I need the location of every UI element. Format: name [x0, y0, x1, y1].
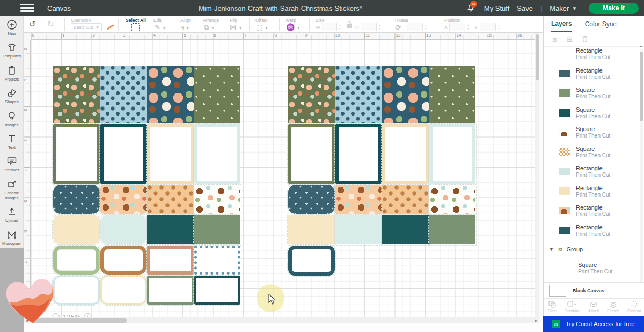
- layer-row-square[interactable]: SquarePrint Then Cut: [544, 103, 638, 123]
- sticker-border-teal[interactable]: [100, 124, 147, 184]
- sticker-border-olive[interactable]: [53, 124, 100, 184]
- width-input[interactable]: [321, 23, 337, 31]
- sticker-ornaments-teal[interactable]: [382, 66, 429, 123]
- sidebar-item-shapes[interactable]: Shapes: [0, 84, 24, 107]
- sidebar-item-editable-images[interactable]: Editable Images: [0, 176, 24, 204]
- delete-icon[interactable]: [582, 35, 588, 44]
- align-icon[interactable]: ⫞ ▼: [180, 23, 189, 32]
- sticker-border-blue[interactable]: [194, 124, 241, 184]
- notifications-bell-icon[interactable]: 14: [466, 3, 477, 13]
- edit-pencil-icon[interactable]: ✎ ▼: [155, 23, 166, 31]
- select-all-button[interactable]: [131, 23, 140, 31]
- sticker-border-tan[interactable]: [100, 246, 147, 275]
- operation-dropdown[interactable]: Basic Cut▼: [71, 23, 102, 31]
- sticker-ornaments-olive[interactable]: [53, 66, 100, 123]
- sticker-snow-slate[interactable]: [53, 185, 100, 214]
- sticker-thin-border-teal[interactable]: [194, 276, 241, 305]
- sticker-sheet-right[interactable]: [288, 66, 476, 276]
- sticker-border-cream[interactable]: [147, 124, 194, 184]
- sticker-thin-border-cream[interactable]: [100, 276, 147, 305]
- duplicate-icon[interactable]: ⊞: [566, 35, 572, 44]
- horizontal-scrollbar[interactable]: ◀ ▶: [24, 317, 539, 323]
- flip-icon[interactable]: ⋈ ▼: [230, 23, 243, 31]
- sidebar-item-text[interactable]: Text: [0, 130, 24, 153]
- height-stepper[interactable]: ▲▼: [377, 23, 382, 31]
- sidebar-item-upload[interactable]: Upload: [0, 203, 24, 226]
- save-link[interactable]: Save: [517, 4, 533, 12]
- arrange-icon[interactable]: ⧉ ▼: [204, 23, 215, 32]
- sticker-border-teal[interactable]: [335, 124, 382, 184]
- tool-flatten[interactable]: Flatten: [607, 300, 619, 313]
- position-x-stepper[interactable]: ▲▼: [466, 23, 471, 31]
- rotate-stepper[interactable]: ▲▼: [423, 23, 428, 31]
- position-y-stepper[interactable]: ▲▼: [496, 23, 501, 31]
- width-stepper[interactable]: ▲▼: [338, 23, 342, 31]
- position-y-input[interactable]: [480, 23, 496, 31]
- my-stuff-link[interactable]: My Stuff: [484, 4, 509, 12]
- tab-color-sync[interactable]: Color Sync: [585, 16, 617, 32]
- sticker-ornaments-peach[interactable]: [335, 185, 382, 214]
- ungroup-icon[interactable]: ⧈: [552, 35, 557, 44]
- rotate-icon[interactable]: ⟳: [395, 23, 401, 32]
- layer-row-rectangle[interactable]: RectanglePrint Then Cut: [544, 47, 638, 64]
- layers-scroll-thumb[interactable]: [640, 52, 643, 121]
- design-canvas[interactable]: 012345678910111213141516 012345678 − 125…: [24, 33, 539, 317]
- machine-select-dropdown[interactable]: Maker ▼: [550, 4, 577, 12]
- sticker-polkadots-blue[interactable]: [100, 66, 147, 123]
- sidebar-item-projects[interactable]: Projects: [0, 62, 24, 84]
- scroll-right-arrow-icon[interactable]: ▶: [533, 317, 539, 323]
- sticker-polkadots-peach[interactable]: [382, 185, 429, 214]
- sticker-ornaments-teal[interactable]: [147, 66, 194, 123]
- sticker-sheet-left[interactable]: [53, 66, 241, 305]
- sticker-thin-border-sage[interactable]: [147, 276, 194, 305]
- sticker-polkadots-peach[interactable]: [147, 185, 194, 214]
- layer-row-group-child[interactable]: SquarePrint Then Cut: [544, 258, 638, 278]
- layer-row-rectangle[interactable]: RectanglePrint Then Cut: [544, 201, 638, 221]
- sticker-solid-sage[interactable]: [429, 215, 476, 244]
- offset-icon[interactable]: ⬚ ▼: [256, 23, 268, 31]
- tab-layers[interactable]: Layers: [551, 16, 572, 32]
- sticker-border-olive[interactable]: [288, 124, 335, 184]
- layer-row-rectangle[interactable]: RectanglePrint Then Cut: [544, 64, 638, 84]
- tool-combine[interactable]: Combine: [564, 300, 580, 313]
- tool-slice[interactable]: Slice: [548, 300, 557, 313]
- warp-icon[interactable]: ♒ ▼: [286, 23, 301, 31]
- layer-row-rectangle[interactable]: RectanglePrint Then Cut: [544, 221, 638, 241]
- sticker-ornaments-peach[interactable]: [100, 185, 147, 214]
- sticker-border-teal-rounded[interactable]: [288, 246, 335, 276]
- pen-color-swatch[interactable]: [105, 23, 114, 31]
- hamburger-menu-icon[interactable]: [20, 4, 34, 12]
- vertical-scroll-thumb[interactable]: [536, 34, 539, 80]
- sticker-border-blue[interactable]: [429, 124, 476, 184]
- blank-canvas-row[interactable]: Blank Canvas: [544, 282, 644, 298]
- sticker-ornaments-olive[interactable]: [288, 66, 335, 123]
- sidebar-item-phrases[interactable]: Phrases: [0, 153, 24, 175]
- layer-group-row[interactable]: ▼⧈Group: [544, 240, 638, 258]
- sticker-solid-mint[interactable]: [100, 215, 147, 244]
- sidebar-item-new[interactable]: New: [0, 16, 24, 39]
- sidebar-item-templates[interactable]: Templates: [0, 39, 24, 61]
- sidebar-item-monogram[interactable]: Monogram: [0, 226, 24, 249]
- tool-contour[interactable]: Contour: [627, 300, 641, 313]
- sticker-ornaments-white[interactable]: [194, 185, 241, 214]
- vertical-scrollbar[interactable]: [535, 33, 539, 317]
- zoom-in-button[interactable]: +: [84, 313, 92, 317]
- layers-scrollbar[interactable]: ▲ ▼: [640, 49, 643, 294]
- sticker-polkadots-blue[interactable]: [335, 66, 382, 123]
- sticker-border-dotted-blue[interactable]: [194, 246, 241, 275]
- layer-row-square[interactable]: SquarePrint Then Cut: [544, 142, 638, 162]
- sticker-solid-cream[interactable]: [288, 215, 335, 244]
- sticker-snow-slate[interactable]: [288, 185, 335, 214]
- rotate-input[interactable]: [407, 23, 423, 31]
- lock-aspect-icon[interactable]: [347, 21, 352, 28]
- make-it-button[interactable]: Make It: [589, 3, 639, 14]
- sticker-solid-mint[interactable]: [335, 215, 382, 244]
- cricut-access-banner[interactable]: a Try Cricut Access for free: [543, 316, 644, 332]
- sticker-border-floral[interactable]: [147, 246, 194, 275]
- scroll-up-arrow-icon[interactable]: ▲: [639, 44, 643, 48]
- sidebar-item-images[interactable]: Images: [0, 107, 24, 130]
- sticker-solid-teal[interactable]: [382, 215, 429, 244]
- layer-row-square[interactable]: SquarePrint Then Cut: [544, 122, 638, 142]
- height-input[interactable]: [361, 23, 377, 31]
- sticker-snow-olive[interactable]: [194, 66, 241, 123]
